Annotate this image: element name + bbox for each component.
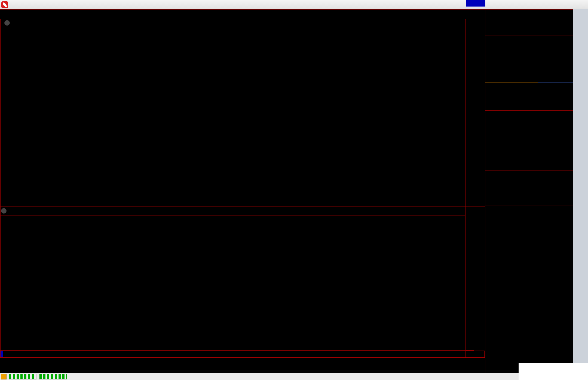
market-status-icon[interactable] xyxy=(1,374,7,379)
quote-panel xyxy=(485,10,573,373)
main-chart-header xyxy=(0,19,465,26)
site-watermark xyxy=(519,363,588,380)
market-heat-bars xyxy=(39,374,67,379)
status-bar xyxy=(0,373,588,380)
main-candlestick-chart[interactable] xyxy=(1,26,465,206)
side-toolbar xyxy=(573,9,588,380)
axis-period-label xyxy=(466,351,485,358)
indicator-chart[interactable] xyxy=(1,215,465,350)
tdx-terminal-window xyxy=(0,0,588,380)
app-logo-icon xyxy=(1,1,8,8)
axis-value-tag xyxy=(466,0,485,7)
bid-ask-divider xyxy=(485,83,573,83)
titlebar xyxy=(0,0,588,10)
time-axis xyxy=(0,350,474,358)
price-axis xyxy=(465,19,485,357)
market-heat-bars xyxy=(9,374,36,379)
indicator-tab-row xyxy=(0,357,486,366)
collapse-chevron-icon[interactable] xyxy=(4,20,10,26)
collapse-chevron-icon[interactable] xyxy=(1,208,7,214)
indicator-header xyxy=(0,206,465,215)
